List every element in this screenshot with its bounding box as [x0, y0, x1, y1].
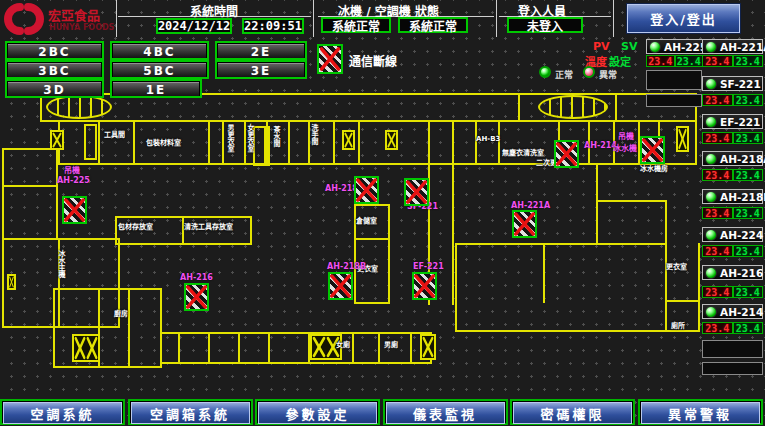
device-sv-value: 23.4 — [675, 55, 704, 67]
device-status-led — [705, 41, 717, 53]
device-button-AH-218A[interactable]: AH-218A — [702, 151, 763, 166]
wall-segment — [222, 122, 224, 165]
device-name: AH-224 — [720, 229, 763, 241]
device-value-pair: 23.423.4 — [702, 322, 763, 334]
wall-segment — [455, 330, 698, 332]
device-name: AH-225 — [664, 41, 707, 53]
comm-lost-equipment-icon[interactable] — [354, 176, 379, 204]
room-label: 倉儲室 — [356, 217, 377, 225]
wall-segment — [208, 122, 210, 165]
comm-lost-equipment-icon[interactable] — [62, 196, 87, 224]
bottom-nav-label: 儀表監視 — [386, 402, 505, 424]
device-button-AH-221A[interactable]: AH-221A — [702, 39, 763, 54]
wall-segment — [160, 332, 432, 334]
floor-button-2E[interactable]: 2E — [215, 41, 307, 60]
brand-logo: 宏亞食品 HUNYA FOODS — [2, 1, 114, 37]
room-label: 包裝材料室 — [146, 139, 181, 147]
floor-button-label: 5BC — [113, 63, 206, 77]
device-name: EF-221 — [720, 116, 760, 128]
room-label: 冰水主機 — [57, 250, 65, 278]
floor-button-label: 2BC — [8, 44, 101, 58]
bottom-nav-密碼權限[interactable]: 密碼權限 — [510, 399, 635, 425]
brand-name: 宏亞食品 — [48, 5, 100, 24]
stairs-icon — [46, 95, 112, 119]
floor-button-label: 2E — [218, 44, 304, 58]
floor-button-5BC[interactable]: 5BC — [110, 60, 209, 79]
equipment-label: AH-214 — [584, 142, 617, 151]
comm-lost-legend-icon — [317, 44, 343, 74]
wall-segment — [455, 243, 598, 245]
device-name: AH-214 — [720, 306, 763, 318]
bottom-nav-空調系統[interactable]: 空調系統 — [0, 399, 125, 425]
floor-button-2BC[interactable]: 2BC — [5, 41, 104, 60]
room-label: 男更衣室 — [226, 124, 234, 152]
bottom-nav-儀表監視[interactable]: 儀表監視 — [383, 399, 508, 425]
device-name: AH-218B — [720, 191, 765, 203]
floor-button-3E[interactable]: 3E — [215, 60, 307, 79]
damper-x-marker — [420, 334, 436, 360]
equipment-label: AH-216 — [180, 274, 213, 283]
wall-segment — [358, 122, 360, 165]
device-status-led — [705, 153, 717, 165]
wall-segment — [56, 148, 58, 240]
bottom-nav-異常警報[interactable]: 異常警報 — [638, 399, 763, 425]
room-label: 男廁 — [384, 341, 398, 349]
ac-status-value: 系統正常 — [398, 17, 468, 33]
wall-segment — [160, 362, 432, 364]
room-label: 洗手間 — [310, 124, 318, 145]
wall-segment — [2, 326, 120, 328]
wall-segment — [128, 288, 130, 368]
floor-button-3BC[interactable]: 3BC — [5, 60, 104, 79]
device-button-AH-224[interactable]: AH-224 — [702, 227, 763, 242]
normal-legend-label: 正常 — [555, 68, 573, 81]
comm-lost-equipment-icon[interactable] — [554, 140, 579, 168]
device-pv-value: 23.4 — [702, 94, 733, 106]
wall-segment — [58, 163, 697, 165]
comm-lost-equipment-icon[interactable] — [328, 272, 353, 300]
floor-button-4BC[interactable]: 4BC — [110, 41, 209, 60]
device-button-AH-218B[interactable]: AH-218B — [702, 189, 763, 204]
room-label: 廁所 — [671, 322, 685, 330]
device-value-pair: 23.423.4 — [702, 245, 763, 257]
device-sv-value: 23.4 — [733, 132, 764, 144]
bottom-nav-空調箱系統[interactable]: 空調箱系統 — [128, 399, 253, 425]
wall-segment — [354, 302, 390, 304]
wall-segment — [596, 243, 666, 245]
login-logout-button[interactable]: 登入/登出 — [627, 4, 740, 33]
device-pv-value: 23.4 — [646, 55, 675, 67]
device-sv-value: 23.4 — [733, 245, 764, 257]
wall-segment — [455, 243, 457, 332]
device-button-AH-225[interactable]: AH-225 — [646, 39, 703, 54]
device-sv-value: 23.4 — [733, 207, 764, 219]
device-button-EF-221[interactable]: EF-221 — [702, 114, 763, 129]
wall-segment — [452, 122, 454, 165]
wall-segment — [98, 122, 100, 165]
hvac-scada-screen: 宏亞食品 HUNYA FOODS 系統時間 2024/12/12 22:09:5… — [0, 0, 765, 426]
wall-segment — [615, 93, 617, 122]
device-button-SF-221[interactable]: SF-221 — [702, 76, 763, 91]
bottom-nav-參數設定[interactable]: 參數設定 — [255, 399, 380, 425]
empty-slot — [702, 362, 763, 375]
sv-column-label: SV — [621, 40, 637, 53]
room-label: 女廁 — [336, 341, 350, 349]
damper-x-marker — [50, 130, 64, 150]
wall-segment — [178, 332, 180, 364]
comm-lost-equipment-icon[interactable] — [640, 136, 665, 164]
bottom-nav-label: 參數設定 — [258, 402, 377, 424]
comm-lost-equipment-icon[interactable] — [184, 283, 209, 311]
logo-left-arc — [8, 7, 20, 31]
wall-segment — [475, 122, 477, 165]
equipment-label: AH-218B — [327, 263, 366, 272]
device-button-AH-214[interactable]: AH-214 — [702, 304, 763, 319]
device-pv-value: 23.4 — [702, 322, 733, 334]
room-label: 女更衣室 — [246, 124, 254, 152]
comm-lost-equipment-icon[interactable] — [404, 178, 429, 206]
device-pv-value: 23.4 — [702, 55, 733, 67]
comm-lost-equipment-icon[interactable] — [412, 272, 437, 300]
comm-lost-equipment-icon[interactable] — [512, 210, 537, 238]
floor-button-1E[interactable]: 1E — [110, 79, 202, 98]
device-sv-value: 23.4 — [733, 169, 764, 181]
wall-segment — [378, 332, 380, 364]
floor-button-3D[interactable]: 3D — [5, 79, 104, 98]
device-button-AH-216[interactable]: AH-216 — [702, 265, 763, 280]
